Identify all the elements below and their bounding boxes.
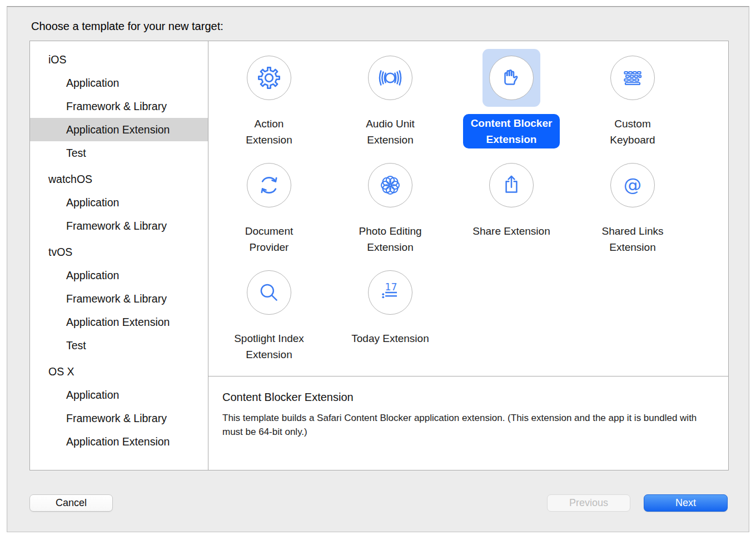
template-photo-editing-extension[interactable]: Photo Editing Extension	[330, 148, 451, 256]
template-content-blocker-extension[interactable]: Content Blocker Extension	[451, 41, 572, 148]
sidebar-item-tvos-test[interactable]: Test	[30, 334, 208, 357]
description-heading: Content Blocker Extension	[222, 391, 712, 404]
sidebar-section-tvos: tvOS Application Framework & Library App…	[30, 240, 208, 357]
template-tile: 17	[361, 264, 419, 321]
sidebar-item-ios-framework-library[interactable]: Framework & Library	[30, 95, 208, 118]
sidebar-item-ios-test[interactable]: Test	[30, 141, 208, 165]
template-label: Action Extension	[246, 116, 292, 148]
sidebar-section-ios: iOS Application Framework & Library Appl…	[30, 48, 208, 165]
template-tile	[604, 49, 662, 107]
template-tile	[240, 49, 298, 107]
sidebar-header-ios: iOS	[30, 48, 208, 71]
cancel-button[interactable]: Cancel	[29, 494, 113, 512]
template-label: Audio Unit Extension	[366, 116, 415, 148]
template-icon-circle	[247, 163, 291, 207]
template-label: Spotlight Index Extension	[234, 330, 304, 363]
gear-icon	[256, 65, 282, 91]
at-sign-icon: @	[620, 172, 645, 198]
template-icon-circle: @	[610, 163, 655, 207]
template-label: Photo Editing Extension	[359, 223, 421, 255]
sidebar-item-tvos-application[interactable]: Application	[30, 264, 208, 287]
sync-arrows-icon	[256, 172, 282, 198]
sidebar-header-osx: OS X	[30, 360, 208, 383]
template-icon-circle	[489, 163, 534, 207]
template-tile	[483, 156, 540, 214]
keyboard-icon	[620, 65, 645, 91]
template-chooser-panel: iOS Application Framework & Library Appl…	[29, 41, 729, 470]
template-label: Today Extension	[351, 330, 429, 346]
template-shared-links-extension[interactable]: @ Shared Links Extension	[572, 148, 693, 256]
description-body: This template builds a Safari Content Bl…	[222, 411, 712, 439]
sidebar-item-osx-application-extension[interactable]: Application Extension	[30, 430, 208, 453]
template-tile	[240, 156, 298, 214]
template-tile	[361, 49, 419, 107]
template-audio-unit-extension[interactable]: Audio Unit Extension	[330, 41, 451, 148]
sidebar-item-watchos-application[interactable]: Application	[30, 191, 208, 214]
share-icon	[499, 172, 524, 198]
template-label: Share Extension	[472, 223, 550, 239]
previous-button[interactable]: Previous	[547, 494, 630, 512]
new-target-sheet: Choose a template for your new target: i…	[7, 6, 749, 532]
sidebar-item-watchos-framework-library[interactable]: Framework & Library	[30, 214, 208, 237]
today-list-icon: 17	[377, 280, 403, 305]
magnifier-icon	[256, 280, 282, 305]
template-document-provider[interactable]: Document Provider	[208, 148, 330, 256]
next-button[interactable]: Next	[644, 494, 728, 512]
sidebar-item-osx-application[interactable]: Application	[30, 383, 208, 407]
template-today-extension[interactable]: 17 Today Extension	[330, 256, 451, 363]
template-icon-circle	[368, 56, 412, 100]
platform-sidebar: iOS Application Framework & Library Appl…	[30, 41, 208, 470]
template-label-selected: Content Blocker Extension	[463, 114, 560, 148]
sidebar-section-osx: OS X Application Framework & Library App…	[30, 360, 208, 453]
template-icon-circle	[489, 56, 534, 100]
audio-waves-icon	[377, 65, 403, 91]
template-icon-circle	[247, 270, 291, 315]
svg-text:@: @	[624, 174, 641, 195]
template-label: Document Provider	[245, 223, 294, 255]
template-icon-circle	[368, 163, 412, 207]
template-share-extension[interactable]: Share Extension	[451, 148, 572, 256]
template-icon-circle	[247, 56, 291, 100]
template-description-panel: Content Blocker Extension This template …	[208, 376, 728, 470]
sidebar-header-tvos: tvOS	[30, 240, 208, 264]
sidebar-item-osx-framework-library[interactable]: Framework & Library	[30, 407, 208, 430]
sidebar-item-tvos-framework-library[interactable]: Framework & Library	[30, 287, 208, 310]
template-icon-circle	[610, 56, 655, 100]
template-area: Action Extension	[208, 41, 728, 470]
template-tile-selected	[483, 49, 540, 107]
template-custom-keyboard[interactable]: Custom Keyboard	[572, 41, 693, 148]
template-label: Shared Links Extension	[602, 223, 664, 255]
sidebar-item-ios-application-extension[interactable]: Application Extension	[30, 118, 208, 141]
sheet-title: Choose a template for your new target:	[31, 20, 223, 33]
template-label: Custom Keyboard	[610, 116, 655, 148]
sidebar-item-ios-application[interactable]: Application	[30, 71, 208, 95]
sidebar-section-watchos: watchOS Application Framework & Library	[30, 167, 208, 237]
template-spotlight-index-extension[interactable]: Spotlight Index Extension	[208, 256, 330, 363]
photos-flower-icon	[377, 172, 403, 198]
template-grid: Action Extension	[208, 41, 728, 376]
svg-text:17: 17	[385, 281, 397, 293]
template-tile	[361, 156, 419, 214]
template-icon-circle: 17	[368, 270, 412, 315]
template-tile: @	[604, 156, 662, 214]
template-action-extension[interactable]: Action Extension	[208, 41, 330, 148]
sidebar-header-watchos: watchOS	[30, 167, 208, 191]
hand-icon	[499, 65, 524, 91]
sidebar-item-tvos-application-extension[interactable]: Application Extension	[30, 310, 208, 334]
template-tile	[240, 264, 298, 321]
